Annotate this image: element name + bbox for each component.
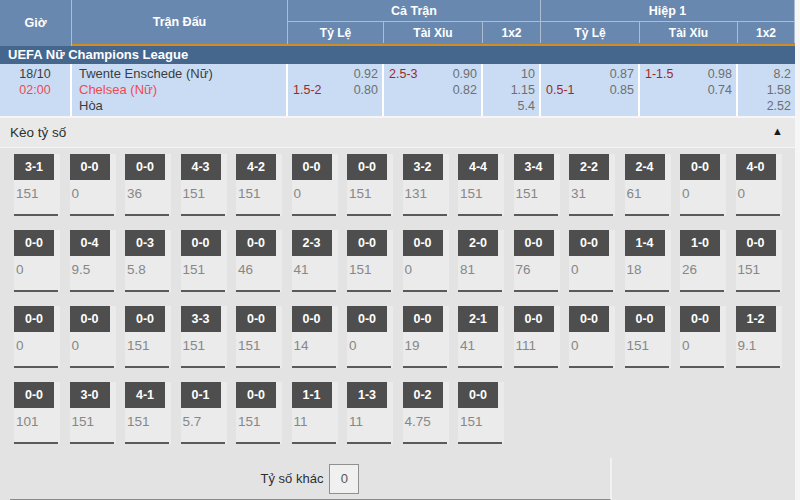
full-ou-over-odds[interactable]: 0.90: [453, 66, 477, 82]
correct-score-header[interactable]: Kèo tỷ số ▲: [0, 118, 795, 148]
score-odd-cell[interactable]: 0-0151: [236, 306, 282, 368]
score-odds-value: 61: [625, 180, 671, 201]
score-odd-cell[interactable]: 1-418: [625, 230, 671, 292]
score-odd-cell[interactable]: 3-4151: [514, 154, 560, 216]
score-odd-cell[interactable]: 0-00: [680, 306, 726, 368]
score-odds-value: 151: [181, 332, 227, 353]
score-odd-cell[interactable]: 0-00: [14, 306, 60, 368]
score-odd-cell[interactable]: 0-00: [569, 306, 615, 368]
other-score-value-box[interactable]: 0: [329, 464, 359, 494]
score-odd-cell[interactable]: 0-00: [292, 154, 338, 216]
full-overunder-odds-cell[interactable]: 2.5-30.90 0.82: [384, 64, 483, 116]
score-odd-cell[interactable]: 4-3151: [181, 154, 227, 216]
score-odd-cell[interactable]: 0-0151: [347, 230, 393, 292]
score-odd-cell[interactable]: 0-014: [292, 306, 338, 368]
score-chip: 0-0: [680, 306, 720, 332]
score-odd-cell[interactable]: 0-00: [403, 230, 449, 292]
score-odd-cell[interactable]: 0-0151: [458, 382, 504, 444]
full-ou-under-odds[interactable]: 0.82: [453, 82, 477, 98]
score-odd-cell[interactable]: 2-461: [625, 154, 671, 216]
match-row[interactable]: 18/10 02:00 Twente Enschede (Nữ) Chelsea…: [0, 64, 795, 116]
collapse-triangle-icon[interactable]: ▲: [772, 125, 783, 137]
score-odd-cell[interactable]: 0-00: [347, 306, 393, 368]
score-odds-value: 151: [125, 332, 171, 353]
score-odd-cell[interactable]: 4-00: [736, 154, 782, 216]
score-odd-cell[interactable]: 0-0101: [14, 382, 60, 444]
half-hdp-home-odds[interactable]: 0.87: [610, 66, 634, 82]
score-odd-cell[interactable]: 3-3151: [181, 306, 227, 368]
half-1x2-away-odds[interactable]: 1.58: [738, 82, 795, 98]
half-overunder-odds-cell[interactable]: 1-1.50.98 0.74: [640, 64, 738, 116]
full-1x2-home-odds[interactable]: 10: [483, 66, 539, 82]
score-odd-cell[interactable]: 4-1151: [125, 382, 171, 444]
score-odd-cell[interactable]: 1-111: [292, 382, 338, 444]
full-hdp-away-odds[interactable]: 0.80: [354, 82, 378, 98]
score-odd-cell[interactable]: 0-046: [236, 230, 282, 292]
score-chip: 0-0: [125, 154, 165, 180]
score-odd-cell[interactable]: 0-019: [403, 306, 449, 368]
score-odd-cell[interactable]: 2-231: [569, 154, 615, 216]
score-odd-cell[interactable]: 0-0151: [736, 230, 782, 292]
cell-underline: [70, 366, 114, 368]
half-ou-over-odds[interactable]: 0.98: [708, 66, 732, 82]
score-odd-cell[interactable]: 3-1151: [14, 154, 60, 216]
column-header-time: Giờ: [0, 0, 72, 46]
score-odds-value: 0: [70, 332, 116, 353]
cell-underline: [736, 366, 780, 368]
score-odds-value: 76: [514, 256, 560, 277]
score-odd-cell[interactable]: 0-076: [514, 230, 560, 292]
cell-underline: [347, 442, 391, 444]
score-odds-value: 0: [14, 256, 60, 277]
score-odd-cell[interactable]: 0-00: [70, 306, 116, 368]
score-odd-cell[interactable]: 2-341: [292, 230, 338, 292]
score-chip: 0-0: [14, 306, 54, 332]
score-odd-cell[interactable]: 0-00: [680, 154, 726, 216]
score-odd-cell[interactable]: 0-00: [569, 230, 615, 292]
score-odd-cell[interactable]: 4-2151: [236, 154, 282, 216]
cell-underline: [625, 366, 669, 368]
score-odd-cell[interactable]: 3-0151: [70, 382, 116, 444]
group-label-full-match: Cả Trận: [288, 0, 541, 22]
score-odd-cell[interactable]: 0-00: [70, 154, 116, 216]
score-odd-cell[interactable]: 3-2131: [403, 154, 449, 216]
half-ou-under-odds[interactable]: 0.74: [708, 82, 732, 98]
score-odd-cell[interactable]: 0-0111: [514, 306, 560, 368]
score-odd-cell[interactable]: 0-036: [125, 154, 171, 216]
cell-underline: [458, 442, 502, 444]
score-odd-cell[interactable]: 0-0151: [625, 306, 671, 368]
half-1x2-odds-cell[interactable]: 8.2 1.58 2.52: [738, 64, 795, 116]
score-odd-cell[interactable]: 0-0151: [347, 154, 393, 216]
half-hdp-away-odds[interactable]: 0.85: [610, 82, 634, 98]
draw-label: Hòa: [79, 98, 286, 114]
score-odd-cell[interactable]: 4-4151: [458, 154, 504, 216]
score-chip: 0-0: [70, 306, 110, 332]
score-odd-cell[interactable]: 0-0151: [125, 306, 171, 368]
score-odd-cell[interactable]: 2-141: [458, 306, 504, 368]
score-odd-cell[interactable]: 0-0151: [181, 230, 227, 292]
half-handicap-odds-cell[interactable]: 0.87 0.5-10.85: [541, 64, 640, 116]
full-1x2-odds-cell[interactable]: 10 1.15 5.4: [483, 64, 541, 116]
score-row: 0-000-49.50-35.80-01510-0462-3410-01510-…: [14, 230, 795, 292]
score-chip: 2-2: [569, 154, 609, 180]
score-odd-cell[interactable]: 1-311: [347, 382, 393, 444]
score-odd-cell[interactable]: 1-29.1: [736, 306, 782, 368]
full-handicap-odds-cell[interactable]: 0.92 1.5-20.80: [288, 64, 384, 116]
cell-underline: [403, 366, 447, 368]
full-1x2-away-odds[interactable]: 1.15: [483, 82, 539, 98]
full-hdp-home-odds[interactable]: 0.92: [354, 66, 378, 82]
half-1x2-draw-odds[interactable]: 2.52: [738, 98, 795, 114]
score-odd-cell[interactable]: 0-24.75: [403, 382, 449, 444]
score-odd-cell[interactable]: 0-49.5: [70, 230, 116, 292]
score-odd-cell[interactable]: 1-026: [680, 230, 726, 292]
score-chip: 1-0: [680, 230, 720, 256]
half-1x2-home-odds[interactable]: 8.2: [738, 66, 795, 82]
score-odd-cell[interactable]: 2-081: [458, 230, 504, 292]
score-odds-value: 0: [680, 180, 726, 201]
score-odd-cell[interactable]: 0-0151: [236, 382, 282, 444]
full-1x2-draw-odds[interactable]: 5.4: [483, 98, 539, 114]
cell-underline: [236, 214, 280, 216]
score-odds-value: 81: [458, 256, 504, 277]
score-odd-cell[interactable]: 0-15.7: [181, 382, 227, 444]
score-odd-cell[interactable]: 0-00: [14, 230, 60, 292]
score-odd-cell[interactable]: 0-35.8: [125, 230, 171, 292]
